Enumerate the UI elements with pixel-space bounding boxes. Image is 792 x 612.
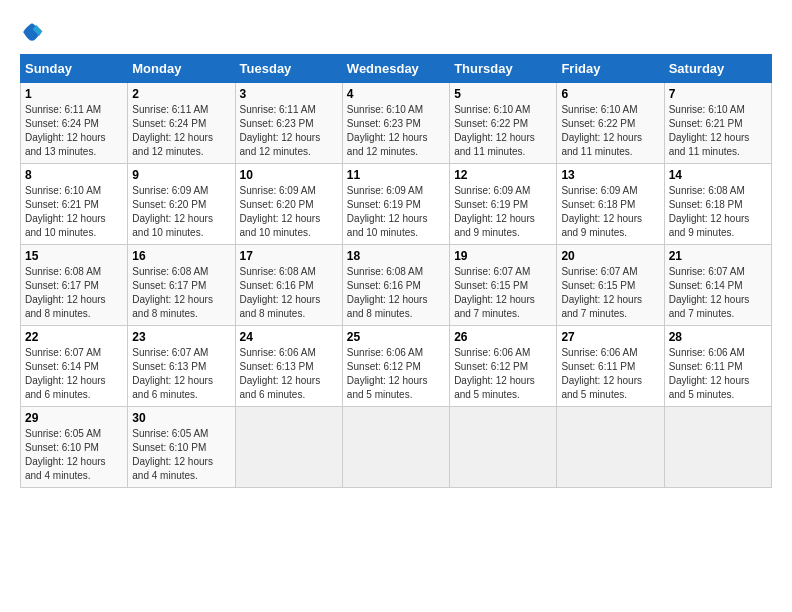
calendar-cell: 20Sunrise: 6:07 AMSunset: 6:15 PMDayligh… <box>557 245 664 326</box>
day-number: 22 <box>25 330 123 344</box>
day-info: Sunrise: 6:07 AMSunset: 6:14 PMDaylight:… <box>25 346 123 402</box>
day-number: 12 <box>454 168 552 182</box>
calendar-cell: 16Sunrise: 6:08 AMSunset: 6:17 PMDayligh… <box>128 245 235 326</box>
header <box>20 20 772 44</box>
day-number: 16 <box>132 249 230 263</box>
day-number: 15 <box>25 249 123 263</box>
day-info: Sunrise: 6:08 AMSunset: 6:16 PMDaylight:… <box>240 265 338 321</box>
calendar-cell: 12Sunrise: 6:09 AMSunset: 6:19 PMDayligh… <box>450 164 557 245</box>
day-info: Sunrise: 6:05 AMSunset: 6:10 PMDaylight:… <box>25 427 123 483</box>
day-info: Sunrise: 6:07 AMSunset: 6:13 PMDaylight:… <box>132 346 230 402</box>
day-info: Sunrise: 6:06 AMSunset: 6:11 PMDaylight:… <box>669 346 767 402</box>
calendar-cell: 18Sunrise: 6:08 AMSunset: 6:16 PMDayligh… <box>342 245 449 326</box>
calendar-cell: 23Sunrise: 6:07 AMSunset: 6:13 PMDayligh… <box>128 326 235 407</box>
calendar-week-row: 29Sunrise: 6:05 AMSunset: 6:10 PMDayligh… <box>21 407 772 488</box>
day-number: 14 <box>669 168 767 182</box>
calendar-cell: 13Sunrise: 6:09 AMSunset: 6:18 PMDayligh… <box>557 164 664 245</box>
day-number: 8 <box>25 168 123 182</box>
calendar-cell: 26Sunrise: 6:06 AMSunset: 6:12 PMDayligh… <box>450 326 557 407</box>
day-number: 11 <box>347 168 445 182</box>
calendar-table: SundayMondayTuesdayWednesdayThursdayFrid… <box>20 54 772 488</box>
calendar-cell: 1Sunrise: 6:11 AMSunset: 6:24 PMDaylight… <box>21 83 128 164</box>
day-number: 29 <box>25 411 123 425</box>
day-info: Sunrise: 6:11 AMSunset: 6:23 PMDaylight:… <box>240 103 338 159</box>
weekday-header-wednesday: Wednesday <box>342 55 449 83</box>
day-info: Sunrise: 6:10 AMSunset: 6:21 PMDaylight:… <box>25 184 123 240</box>
day-info: Sunrise: 6:06 AMSunset: 6:11 PMDaylight:… <box>561 346 659 402</box>
calendar-cell <box>235 407 342 488</box>
weekday-header-sunday: Sunday <box>21 55 128 83</box>
weekday-header-monday: Monday <box>128 55 235 83</box>
calendar-cell <box>450 407 557 488</box>
day-number: 5 <box>454 87 552 101</box>
calendar-cell <box>664 407 771 488</box>
day-info: Sunrise: 6:10 AMSunset: 6:22 PMDaylight:… <box>454 103 552 159</box>
calendar-cell: 25Sunrise: 6:06 AMSunset: 6:12 PMDayligh… <box>342 326 449 407</box>
day-info: Sunrise: 6:09 AMSunset: 6:20 PMDaylight:… <box>132 184 230 240</box>
day-number: 26 <box>454 330 552 344</box>
day-info: Sunrise: 6:06 AMSunset: 6:12 PMDaylight:… <box>347 346 445 402</box>
day-number: 9 <box>132 168 230 182</box>
calendar-cell: 28Sunrise: 6:06 AMSunset: 6:11 PMDayligh… <box>664 326 771 407</box>
day-info: Sunrise: 6:05 AMSunset: 6:10 PMDaylight:… <box>132 427 230 483</box>
day-info: Sunrise: 6:07 AMSunset: 6:15 PMDaylight:… <box>561 265 659 321</box>
day-info: Sunrise: 6:10 AMSunset: 6:21 PMDaylight:… <box>669 103 767 159</box>
calendar-cell <box>342 407 449 488</box>
day-info: Sunrise: 6:11 AMSunset: 6:24 PMDaylight:… <box>132 103 230 159</box>
calendar-cell: 29Sunrise: 6:05 AMSunset: 6:10 PMDayligh… <box>21 407 128 488</box>
day-number: 28 <box>669 330 767 344</box>
weekday-header-tuesday: Tuesday <box>235 55 342 83</box>
day-info: Sunrise: 6:10 AMSunset: 6:23 PMDaylight:… <box>347 103 445 159</box>
day-number: 3 <box>240 87 338 101</box>
calendar-cell: 7Sunrise: 6:10 AMSunset: 6:21 PMDaylight… <box>664 83 771 164</box>
day-info: Sunrise: 6:06 AMSunset: 6:12 PMDaylight:… <box>454 346 552 402</box>
calendar-cell: 2Sunrise: 6:11 AMSunset: 6:24 PMDaylight… <box>128 83 235 164</box>
weekday-header-friday: Friday <box>557 55 664 83</box>
logo-icon <box>20 20 44 44</box>
day-number: 24 <box>240 330 338 344</box>
calendar-cell: 4Sunrise: 6:10 AMSunset: 6:23 PMDaylight… <box>342 83 449 164</box>
day-info: Sunrise: 6:08 AMSunset: 6:18 PMDaylight:… <box>669 184 767 240</box>
day-number: 7 <box>669 87 767 101</box>
day-info: Sunrise: 6:08 AMSunset: 6:16 PMDaylight:… <box>347 265 445 321</box>
day-info: Sunrise: 6:09 AMSunset: 6:19 PMDaylight:… <box>454 184 552 240</box>
logo <box>20 20 48 44</box>
day-number: 6 <box>561 87 659 101</box>
calendar-cell: 30Sunrise: 6:05 AMSunset: 6:10 PMDayligh… <box>128 407 235 488</box>
calendar-cell: 14Sunrise: 6:08 AMSunset: 6:18 PMDayligh… <box>664 164 771 245</box>
day-info: Sunrise: 6:10 AMSunset: 6:22 PMDaylight:… <box>561 103 659 159</box>
weekday-header-row: SundayMondayTuesdayWednesdayThursdayFrid… <box>21 55 772 83</box>
calendar-cell: 24Sunrise: 6:06 AMSunset: 6:13 PMDayligh… <box>235 326 342 407</box>
day-number: 25 <box>347 330 445 344</box>
day-info: Sunrise: 6:11 AMSunset: 6:24 PMDaylight:… <box>25 103 123 159</box>
day-number: 18 <box>347 249 445 263</box>
day-info: Sunrise: 6:07 AMSunset: 6:15 PMDaylight:… <box>454 265 552 321</box>
day-number: 2 <box>132 87 230 101</box>
day-info: Sunrise: 6:07 AMSunset: 6:14 PMDaylight:… <box>669 265 767 321</box>
calendar-week-row: 1Sunrise: 6:11 AMSunset: 6:24 PMDaylight… <box>21 83 772 164</box>
calendar-cell: 5Sunrise: 6:10 AMSunset: 6:22 PMDaylight… <box>450 83 557 164</box>
day-number: 30 <box>132 411 230 425</box>
day-number: 1 <box>25 87 123 101</box>
day-number: 27 <box>561 330 659 344</box>
calendar-cell: 6Sunrise: 6:10 AMSunset: 6:22 PMDaylight… <box>557 83 664 164</box>
calendar-week-row: 22Sunrise: 6:07 AMSunset: 6:14 PMDayligh… <box>21 326 772 407</box>
weekday-header-thursday: Thursday <box>450 55 557 83</box>
day-info: Sunrise: 6:09 AMSunset: 6:18 PMDaylight:… <box>561 184 659 240</box>
calendar-cell: 21Sunrise: 6:07 AMSunset: 6:14 PMDayligh… <box>664 245 771 326</box>
calendar-cell: 9Sunrise: 6:09 AMSunset: 6:20 PMDaylight… <box>128 164 235 245</box>
day-info: Sunrise: 6:09 AMSunset: 6:20 PMDaylight:… <box>240 184 338 240</box>
day-info: Sunrise: 6:06 AMSunset: 6:13 PMDaylight:… <box>240 346 338 402</box>
calendar-week-row: 8Sunrise: 6:10 AMSunset: 6:21 PMDaylight… <box>21 164 772 245</box>
calendar-cell: 8Sunrise: 6:10 AMSunset: 6:21 PMDaylight… <box>21 164 128 245</box>
day-number: 23 <box>132 330 230 344</box>
calendar-cell: 11Sunrise: 6:09 AMSunset: 6:19 PMDayligh… <box>342 164 449 245</box>
day-info: Sunrise: 6:09 AMSunset: 6:19 PMDaylight:… <box>347 184 445 240</box>
day-number: 20 <box>561 249 659 263</box>
weekday-header-saturday: Saturday <box>664 55 771 83</box>
day-number: 19 <box>454 249 552 263</box>
day-number: 17 <box>240 249 338 263</box>
calendar-cell: 17Sunrise: 6:08 AMSunset: 6:16 PMDayligh… <box>235 245 342 326</box>
day-number: 4 <box>347 87 445 101</box>
calendar-cell: 27Sunrise: 6:06 AMSunset: 6:11 PMDayligh… <box>557 326 664 407</box>
